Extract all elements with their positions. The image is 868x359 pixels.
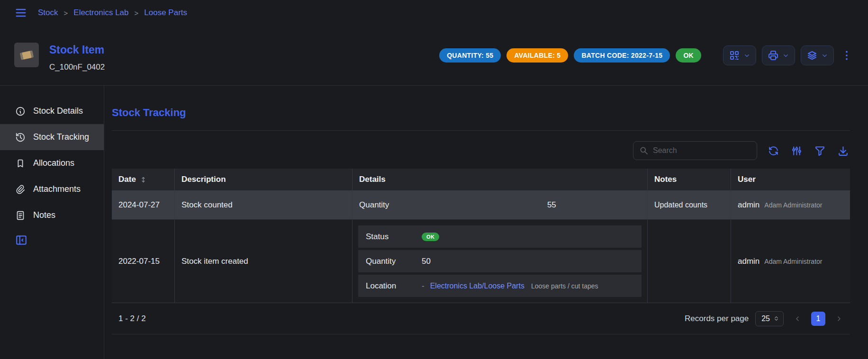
stock-item-page: Stock > Electronics Lab > Loose Parts St…: [0, 0, 868, 359]
cell-details: Quantity 55: [353, 190, 648, 219]
info-icon: [15, 106, 26, 117]
column-header-label: User: [738, 175, 756, 184]
detail-row-status: Status OK: [358, 225, 642, 248]
detail-key: Quantity: [359, 200, 449, 210]
filter-button[interactable]: [813, 144, 827, 158]
capacitor-image: [19, 50, 34, 60]
sidebar-item-stock-tracking[interactable]: Stock Tracking: [0, 124, 104, 150]
stock-item-thumbnail[interactable]: [14, 43, 39, 67]
detail-row-quantity: Quantity 50: [358, 250, 642, 272]
detail-row-location: Location - Electronics Lab/Loose Parts L…: [358, 275, 642, 297]
notes-icon: [15, 210, 26, 221]
records-per-page-label: Records per page: [685, 314, 749, 323]
sidebar-item-label: Notes: [33, 210, 55, 220]
records-per-page-value: 25: [761, 314, 770, 323]
available-badge: AVAILABLE: 5: [506, 48, 568, 63]
section-divider: [112, 130, 850, 131]
page-title: Stock Item: [49, 44, 105, 56]
table-row-stock-item-created[interactable]: 2022-07-15 Stock item created Status OK …: [112, 220, 850, 303]
sidebar-item-label: Stock Details: [33, 106, 83, 116]
sidebar-item-stock-details[interactable]: Stock Details: [0, 98, 104, 124]
sidebar-item-label: Attachments: [33, 184, 81, 194]
download-button[interactable]: [836, 144, 850, 158]
sidebar-collapse-icon: [15, 234, 27, 246]
printer-icon: [768, 50, 779, 61]
batch-code-badge: BATCH CODE: 2022-7-15: [574, 48, 670, 63]
breadcrumb-separator: >: [64, 9, 68, 17]
page-body: Stock Details Stock Tracking Allocations…: [0, 86, 868, 359]
column-header-user[interactable]: User: [731, 169, 850, 190]
qrcode-icon: [729, 50, 740, 61]
overflow-menu-button[interactable]: [840, 47, 854, 63]
quantity-badge: QUANTITY: 55: [439, 48, 501, 63]
notes-text: Updated counts: [654, 201, 707, 209]
cell-description: Stock counted: [175, 190, 353, 219]
sidebar-collapse-button[interactable]: [15, 234, 27, 246]
cell-details: Status OK Quantity 50 Location - Electro…: [353, 220, 648, 303]
cell-notes: [648, 220, 731, 303]
adjustments-icon: [791, 145, 803, 157]
status-ok-badge: OK: [422, 233, 439, 241]
bookmark-icon: [15, 158, 26, 169]
chevron-right-icon: [835, 315, 843, 323]
next-page-button[interactable]: [832, 312, 846, 326]
username: admin: [738, 200, 760, 210]
main-panel: Stock Tracking: [104, 86, 868, 359]
refresh-button[interactable]: [767, 144, 780, 158]
detail-value: 55: [449, 200, 556, 210]
select-spinner-icon: [773, 315, 779, 322]
chevron-left-icon: [794, 315, 801, 323]
cell-notes: Updated counts: [648, 190, 731, 219]
column-header-notes[interactable]: Notes: [648, 169, 731, 190]
page-1-button[interactable]: 1: [811, 312, 825, 326]
status-ok-badge: OK: [676, 48, 701, 63]
record-range: 1 - 2 / 2: [118, 314, 146, 323]
table-header-row: Date Description Details Notes User: [112, 169, 850, 190]
pagination-controls: Records per page 25 1: [685, 311, 846, 326]
hamburger-menu-button[interactable]: [14, 6, 27, 19]
sidebar-item-notes[interactable]: Notes: [0, 202, 104, 228]
hamburger-icon: [14, 6, 27, 19]
filter-icon: [814, 145, 826, 157]
search-input[interactable]: [653, 146, 751, 155]
column-header-description[interactable]: Description: [175, 169, 353, 190]
header-actions: [723, 45, 854, 65]
dots-vertical-icon: [841, 49, 853, 62]
part-name: C_100nF_0402: [49, 63, 105, 72]
sidebar: Stock Details Stock Tracking Allocations…: [0, 86, 104, 359]
detail-key: Status: [366, 232, 422, 242]
sidebar-item-attachments[interactable]: Attachments: [0, 176, 104, 202]
column-header-label: Date: [118, 175, 136, 184]
section-title: Stock Tracking: [112, 107, 850, 119]
print-actions-button[interactable]: [762, 45, 795, 65]
topbar: Stock > Electronics Lab > Loose Parts: [0, 0, 868, 26]
column-header-date[interactable]: Date: [112, 169, 175, 190]
page-header: Stock Item C_100nF_0402 QUANTITY: 55 AVA…: [0, 26, 868, 85]
chevron-down-icon: [743, 52, 750, 59]
table-footer: 1 - 2 / 2 Records per page 25 1: [112, 303, 850, 334]
table-toolbar: [112, 141, 850, 160]
breadcrumb-link-electronics-lab[interactable]: Electronics Lab: [73, 8, 128, 18]
column-header-label: Details: [359, 175, 386, 184]
title-block: Stock Item C_100nF_0402: [49, 43, 105, 72]
cell-date: 2024-07-27: [112, 190, 175, 219]
breadcrumb-separator: >: [135, 9, 139, 17]
detail-value: 50: [422, 257, 431, 266]
records-per-page-select[interactable]: 25: [755, 311, 784, 326]
column-header-details[interactable]: Details: [353, 169, 648, 190]
header-right: QUANTITY: 55 AVAILABLE: 5 BATCH CODE: 20…: [439, 43, 854, 65]
dash: -: [422, 281, 425, 291]
detail-key: Quantity: [366, 257, 422, 266]
history-icon: [15, 132, 26, 143]
table-settings-button[interactable]: [790, 144, 804, 158]
breadcrumb: Stock > Electronics Lab > Loose Parts: [38, 8, 187, 18]
breadcrumb-link-loose-parts[interactable]: Loose Parts: [144, 8, 187, 18]
stock-actions-button[interactable]: [801, 45, 834, 65]
barcode-actions-button[interactable]: [723, 45, 756, 65]
breadcrumb-link-stock[interactable]: Stock: [38, 8, 58, 18]
table-row-stock-counted[interactable]: 2024-07-27 Stock counted Quantity 55 Upd…: [112, 190, 850, 220]
sort-icon[interactable]: [140, 176, 147, 183]
sidebar-item-allocations[interactable]: Allocations: [0, 150, 104, 176]
location-link[interactable]: Electronics Lab/Loose Parts: [430, 282, 524, 290]
prev-page-button[interactable]: [790, 312, 805, 326]
